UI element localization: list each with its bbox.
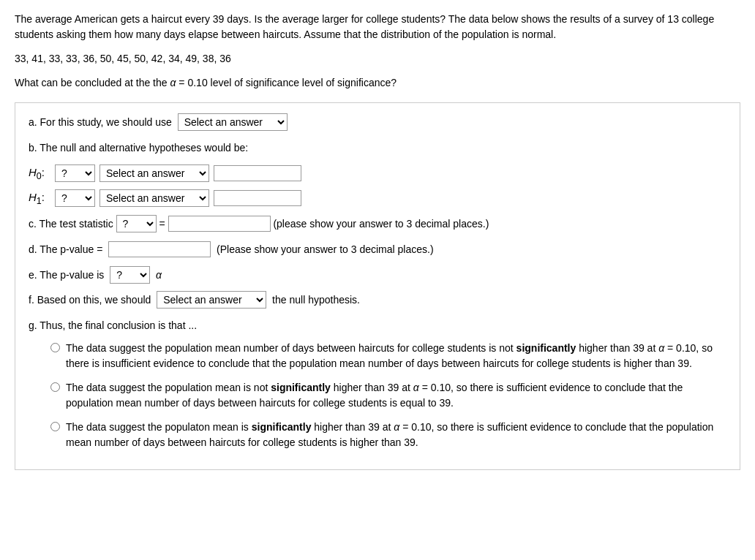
radio-option-3: The data suggest the populaton mean is s… xyxy=(50,420,726,450)
part-f-select[interactable]: Select an answer reject fail to reject a… xyxy=(157,291,266,309)
radio-input-1[interactable] xyxy=(50,343,60,352)
h1-value-input[interactable] xyxy=(214,190,301,206)
part-a: a. For this study, we should use Select … xyxy=(29,113,726,132)
h1-label: H1: xyxy=(29,191,50,206)
radio-text-1: The data suggest the population mean num… xyxy=(66,341,726,371)
radio-text-2: The data suggest the population mean is … xyxy=(66,380,726,411)
part-a-select[interactable]: Select an answer t-test z-test chi-squar… xyxy=(178,113,288,131)
part-d-input[interactable] xyxy=(108,241,211,257)
h1-answer-select[interactable]: Select an answer = ≠ > < ≥ ≤ xyxy=(99,189,209,207)
h1-row: H1: ? μ p Select an answer = ≠ > < ≥ ≤ xyxy=(29,189,726,207)
part-d-label: d. The p-value = xyxy=(29,243,102,255)
part-c: c. The test statistic ? t z = (please sh… xyxy=(29,214,726,234)
radio-text-3: The data suggest the populaton mean is s… xyxy=(66,420,726,450)
radio-input-3[interactable] xyxy=(50,422,60,431)
part-g: g. Thus, the final conclusion is that ..… xyxy=(29,316,726,336)
part-f: f. Based on this, we should Select an an… xyxy=(29,290,726,310)
part-c-equals: = xyxy=(159,218,168,230)
part-b-label: b. The null and alternative hypotheses w… xyxy=(29,142,248,154)
intro-paragraph: The average American gets a haircut ever… xyxy=(15,12,740,42)
data-values: 33, 41, 33, 33, 36, 50, 45, 50, 42, 34, … xyxy=(15,51,740,67)
h0-symbol-select[interactable]: ? μ p xyxy=(55,164,95,182)
answer-box: a. For this study, we should use Select … xyxy=(15,102,740,470)
part-f-suffix: the null hypothesis. xyxy=(272,294,360,306)
part-e-symbol-select[interactable]: ? > < = xyxy=(110,266,150,284)
h1-symbol-select[interactable]: ? μ p xyxy=(55,189,95,207)
part-c-symbol-select[interactable]: ? t z xyxy=(116,215,157,232)
conclusion-radio-group: The data suggest the population mean num… xyxy=(50,341,726,450)
h0-value-input[interactable] xyxy=(214,165,301,181)
question-text: What can be concluded at the the α = 0.1… xyxy=(15,75,740,91)
part-c-note: (please show your answer to 3 decimal pl… xyxy=(273,218,489,230)
h0-answer-select[interactable]: Select an answer = ≠ > < ≥ ≤ xyxy=(99,164,209,182)
part-c-label: c. The test statistic xyxy=(29,218,113,230)
part-e-label: e. The p-value is xyxy=(29,269,104,281)
radio-input-2[interactable] xyxy=(50,382,60,392)
part-e: e. The p-value is ? > < = α xyxy=(29,265,726,285)
h0-row: H0: ? μ p Select an answer = ≠ > < ≥ ≤ xyxy=(29,164,726,182)
part-c-input[interactable] xyxy=(168,216,271,232)
part-d-note: (Please show your answer to 3 decimal pl… xyxy=(217,243,433,255)
part-a-label: a. For this study, we should use xyxy=(29,116,172,128)
part-f-label: f. Based on this, we should xyxy=(29,294,151,306)
radio-option-1: The data suggest the population mean num… xyxy=(50,341,726,371)
h0-label: H0: xyxy=(29,166,50,181)
radio-option-2: The data suggest the population mean is … xyxy=(50,380,726,411)
part-e-alpha: α xyxy=(156,269,162,281)
part-g-label: g. Thus, the final conclusion is that ..… xyxy=(29,319,197,331)
part-d: d. The p-value = (Please show your answe… xyxy=(29,240,726,260)
part-b: b. The null and alternative hypotheses w… xyxy=(29,139,726,157)
